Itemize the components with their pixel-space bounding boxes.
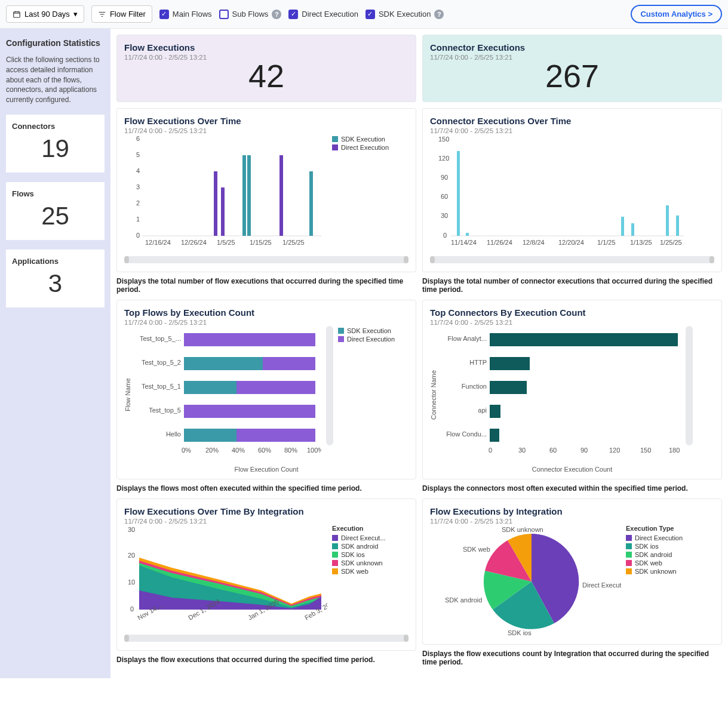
svg-rect-52 — [236, 429, 315, 442]
chart-caption: Displays the flow executions count by In… — [422, 650, 722, 666]
svg-rect-28 — [466, 233, 469, 236]
svg-text:0%: 0% — [182, 447, 191, 454]
svg-text:90: 90 — [580, 447, 588, 454]
filter-icon — [98, 10, 106, 19]
svg-text:Flow Condu...: Flow Condu... — [446, 430, 487, 438]
chevron-down-icon: ▾ — [73, 10, 78, 19]
svg-text:SDK web: SDK web — [463, 546, 490, 553]
svg-rect-9 — [214, 171, 217, 236]
svg-text:Test_top_5_2: Test_top_5_2 — [142, 359, 181, 366]
checkbox-icon — [219, 10, 229, 19]
svg-text:1/13/25: 1/13/25 — [630, 239, 652, 246]
flow-filter-button[interactable]: Flow Filter — [91, 5, 152, 23]
svg-text:Hello: Hello — [166, 430, 181, 438]
svg-text:4: 4 — [136, 167, 140, 174]
svg-rect-45 — [184, 333, 315, 346]
chart-subtitle: 11/7/24 0:00 - 2/5/25 13:21 — [124, 518, 408, 525]
svg-text:Test_top_5_1: Test_top_5_1 — [142, 383, 181, 390]
date-range-picker[interactable]: Last 90 Days ▾ — [6, 5, 84, 23]
chart-scrollbar[interactable] — [430, 256, 714, 263]
stat-value: 25 — [12, 202, 99, 230]
chart-title: Flow Executions Over Time — [124, 116, 408, 126]
main-content: Flow Executions 11/7/24 0:00 - 2/5/25 13… — [110, 29, 728, 678]
chart-scrollbar[interactable] — [124, 256, 408, 263]
svg-text:1/25/25: 1/25/25 — [282, 239, 305, 246]
hbar-chart: Flow Analyt... HTTP Function api Flow Co… — [442, 326, 681, 463]
svg-text:1/15/25: 1/15/25 — [250, 239, 272, 246]
chart-flow-executions-by-integration-pie: Flow Executions by Integration 11/7/24 0… — [422, 499, 722, 645]
stat-label: Flows — [12, 189, 99, 198]
chart-scrollbar-v[interactable] — [326, 326, 333, 445]
custom-analytics-label: Custom Analytics > — [640, 10, 712, 19]
checkbox-icon: ✓ — [288, 10, 298, 19]
stat-card-applications[interactable]: Applications 3 — [6, 250, 105, 307]
checkbox-label: Direct Execution — [302, 10, 358, 19]
custom-analytics-button[interactable]: Custom Analytics > — [631, 5, 722, 23]
hero-value: 42 — [124, 57, 408, 94]
checkbox-icon: ✓ — [159, 10, 169, 19]
checkbox-main-flows[interactable]: ✓ Main Flows — [159, 10, 212, 19]
svg-text:100%: 100% — [307, 447, 321, 454]
chart-legend: SDK Execution Direct Execution — [338, 326, 395, 463]
svg-rect-32 — [676, 216, 679, 236]
svg-text:80%: 80% — [284, 447, 297, 454]
svg-text:2: 2 — [136, 199, 140, 207]
checkbox-label: Main Flows — [173, 10, 212, 19]
hero-title: Flow Executions — [124, 42, 408, 53]
chart-subtitle: 11/7/24 0:00 - 2/5/25 13:21 — [430, 319, 714, 326]
chart-scrollbar[interactable] — [124, 635, 408, 642]
checkbox-direct-execution[interactable]: ✓ Direct Execution — [288, 10, 358, 19]
svg-text:SDK unknown: SDK unknown — [502, 526, 543, 533]
svg-rect-48 — [184, 381, 236, 394]
svg-text:Test_top_5: Test_top_5 — [149, 407, 181, 414]
hero-value: 267 — [430, 57, 714, 94]
svg-text:11/26/24: 11/26/24 — [487, 239, 512, 246]
checkbox-label: SDK Execution — [379, 10, 431, 19]
svg-text:SDK ios: SDK ios — [508, 629, 532, 636]
svg-text:Direct Execution: Direct Execution — [582, 581, 621, 589]
svg-text:5: 5 — [136, 151, 140, 158]
checkbox-sub-flows[interactable]: Sub Flows ? — [219, 10, 282, 19]
svg-rect-10 — [221, 187, 225, 236]
chart-title: Top Connectors By Execution Count — [430, 307, 714, 318]
x-axis-label: Connector Execution Count — [430, 466, 714, 473]
y-axis-label: Connector Name — [430, 326, 437, 463]
svg-text:10: 10 — [128, 579, 135, 586]
hero-flow-executions: Flow Executions 11/7/24 0:00 - 2/5/25 13… — [116, 35, 416, 102]
chart-title: Top Flows by Execution Count — [124, 307, 408, 318]
svg-text:0: 0 — [489, 447, 492, 454]
help-icon[interactable]: ? — [434, 10, 444, 19]
chart-legend: Execution Direct Execut... SDK android S… — [332, 525, 386, 632]
chart-caption: Displays the flows most often executed w… — [116, 484, 416, 493]
stat-card-flows[interactable]: Flows 25 — [6, 182, 105, 240]
svg-rect-68 — [490, 429, 499, 442]
svg-rect-27 — [457, 151, 460, 236]
svg-text:api: api — [478, 407, 487, 414]
svg-text:1/5/25: 1/5/25 — [217, 239, 235, 246]
svg-rect-46 — [184, 357, 263, 370]
help-icon[interactable]: ? — [272, 10, 281, 19]
svg-rect-30 — [631, 223, 634, 236]
bar-chart: 012 3456 12/16/241 — [124, 134, 327, 254]
stat-card-connectors[interactable]: Connectors 19 — [6, 115, 105, 173]
hero-title: Connector Executions — [430, 42, 714, 53]
svg-text:Test_top_5_...: Test_top_5_... — [140, 335, 181, 342]
svg-text:6: 6 — [136, 135, 140, 142]
svg-rect-13 — [279, 155, 283, 236]
svg-text:12/16/24: 12/16/24 — [145, 239, 171, 246]
svg-text:3: 3 — [136, 183, 140, 190]
svg-text:150: 150 — [438, 136, 449, 143]
svg-text:11/14/24: 11/14/24 — [451, 239, 477, 246]
svg-text:120: 120 — [438, 155, 449, 162]
svg-rect-29 — [621, 217, 624, 236]
hbar-chart: Test_top_5_... Test_top_5_2 Test_top_5_1… — [136, 326, 321, 463]
svg-rect-50 — [184, 405, 315, 418]
svg-text:HTTP: HTTP — [469, 359, 487, 366]
svg-text:120: 120 — [609, 447, 620, 454]
svg-text:60: 60 — [441, 193, 448, 200]
chart-scrollbar-v[interactable] — [686, 326, 693, 445]
svg-rect-64 — [490, 333, 678, 346]
svg-text:1/1/25: 1/1/25 — [597, 239, 616, 246]
flow-filter-label: Flow Filter — [110, 10, 146, 19]
checkbox-sdk-execution[interactable]: ✓ SDK Execution ? — [365, 10, 444, 19]
